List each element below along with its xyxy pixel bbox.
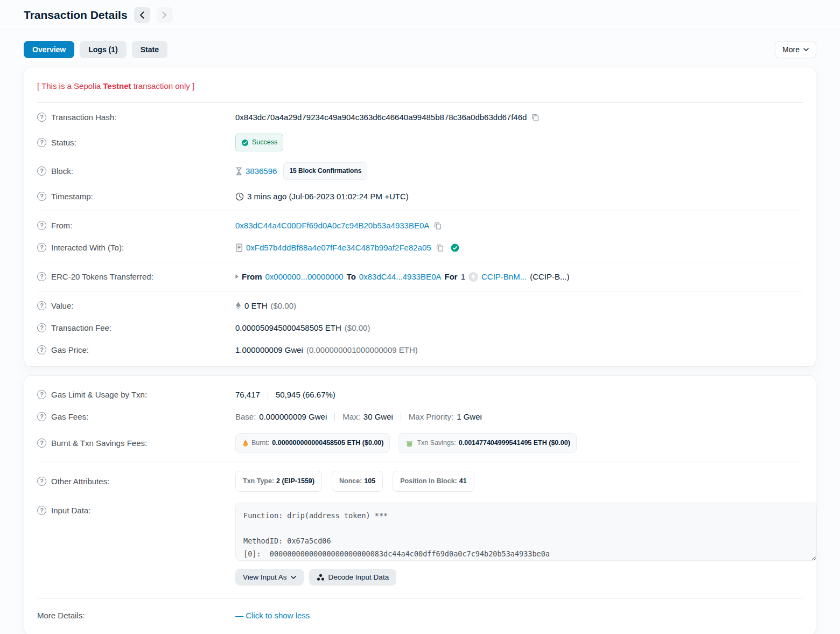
timestamp-label: Timestamp:	[51, 191, 93, 202]
page-title: Transaction Details	[24, 9, 128, 22]
value-row: ? Value: 0 ETH ($0.00)	[37, 295, 803, 317]
base-fee-label: Base:	[235, 411, 256, 422]
gas-price-gwei: 1.000000009 Gwei	[235, 344, 303, 356]
testnet-notice-prefix: [ This is a Sepolia	[37, 81, 103, 90]
token-symbol: (CCIP-B...)	[530, 271, 569, 282]
hourglass-icon	[235, 167, 242, 176]
more-dropdown-label: More	[782, 45, 800, 54]
next-transaction-button[interactable]	[157, 7, 173, 23]
more-details-label: More Details:	[37, 610, 85, 621]
chevron-right-icon	[162, 11, 167, 19]
position-in-block-label: Position In Block:	[400, 476, 457, 487]
more-dropdown-button[interactable]: More	[775, 41, 816, 58]
testnet-notice-bold: Testnet	[103, 81, 131, 90]
transaction-hash-row: ? Transaction Hash: 0x843dc70a4a29d79234…	[37, 106, 803, 128]
other-attributes-row: ? Other Attributes: Txn Type: 2 (EIP-155…	[37, 465, 803, 497]
max-priority-fee-value: 1 Gwei	[457, 411, 482, 422]
gas-fees-row: ? Gas Fees: Base: 0.000000009 Gwei Max: …	[37, 406, 803, 428]
input-data-textarea[interactable]: Function: drip(address token) *** Method…	[235, 503, 817, 561]
transfer-from-label: From	[242, 271, 262, 282]
copy-from-address-button[interactable]	[432, 221, 443, 230]
transfer-to-label: To	[347, 271, 356, 282]
burnt-fee-label: Burnt:	[251, 437, 269, 449]
from-row: ? From: 0x83dC44a4C00DFf69d0A0c7c94B20b5…	[37, 214, 803, 236]
tab-state[interactable]: State	[132, 41, 167, 58]
to-address-link[interactable]: 0xFd57b4ddBf88a4e07fF4e34C487b99af2Fe82a…	[246, 242, 431, 253]
copy-icon	[433, 221, 442, 230]
tab-logs[interactable]: Logs (1)	[80, 41, 126, 58]
nonce-pill: Nonce: 105	[332, 471, 383, 492]
block-confirmations-badge: 15 Block Confirmations	[283, 162, 367, 180]
decode-input-data-button[interactable]: Decode Input Data	[309, 569, 397, 586]
gas-limit-value: 76,417	[235, 389, 260, 400]
from-address-link[interactable]: 0x83dC44a4C00DFf69d0A0c7c94B20b53a4933BE…	[235, 220, 429, 231]
max-priority-fee-label: Max Priority:	[409, 411, 453, 422]
burnt-fees-label: Burnt & Txn Savings Fees:	[51, 437, 147, 449]
help-icon: ?	[37, 113, 46, 122]
view-input-as-label: View Input As	[243, 573, 287, 581]
tab-overview[interactable]: Overview	[24, 41, 74, 58]
nonce-label: Nonce:	[339, 476, 362, 487]
gas-price-row: ? Gas Price: 1.000000009 Gwei (0.0000000…	[37, 339, 803, 361]
gas-limit-row: ? Gas Limit & Usage by Txn: 76,417 50,94…	[37, 384, 803, 406]
transaction-fee-usd: ($0.00)	[345, 322, 370, 333]
show-less-link[interactable]: — Click to show less	[235, 610, 310, 621]
divider	[37, 291, 803, 291]
tab-bar: Overview Logs (1) State	[24, 41, 167, 58]
block-number-link[interactable]: 3836596	[246, 165, 277, 177]
money-wings-icon	[405, 440, 414, 447]
caret-right-icon	[235, 274, 239, 279]
base-fee-value: 0.000000009 Gwei	[259, 411, 327, 422]
help-icon: ?	[37, 345, 46, 354]
transfer-from-address-link[interactable]: 0x000000...00000000	[265, 271, 344, 282]
contract-icon	[235, 243, 243, 252]
copy-icon	[436, 243, 444, 252]
view-input-as-button[interactable]: View Input As	[235, 569, 304, 586]
help-icon: ?	[37, 412, 46, 421]
input-data-label: Input Data:	[51, 505, 90, 516]
overview-card: [ This is a Sepolia Testnet transaction …	[24, 67, 816, 367]
copy-to-address-button[interactable]	[435, 243, 445, 252]
transaction-fee-label: Transaction Fee:	[51, 322, 111, 333]
token-name-link[interactable]: CCIP-BnM...	[481, 271, 527, 282]
timestamp-row: ? Timestamp: 3 mins ago (Jul-06-2023 01:…	[37, 185, 803, 207]
help-icon: ?	[37, 477, 46, 486]
txn-savings-value: 0.001477404999541495 ETH ($0.00)	[459, 437, 570, 449]
txn-type-label: Txn Type:	[243, 476, 274, 487]
help-icon: ?	[37, 243, 46, 252]
separator	[401, 413, 401, 421]
gas-limit-label: Gas Limit & Usage by Txn:	[51, 389, 147, 400]
separator	[268, 391, 268, 399]
divider	[37, 211, 803, 211]
burnt-fees-row: ? Burnt & Txn Savings Fees: Burnt: 0.000…	[37, 428, 803, 458]
help-icon: ?	[37, 301, 46, 310]
gas-price-label: Gas Price:	[51, 344, 89, 356]
gas-used-value: 50,945 (66.67%)	[276, 389, 335, 400]
help-icon: ?	[37, 221, 46, 230]
copy-icon	[531, 113, 540, 122]
status-badge-label: Success	[252, 137, 277, 148]
previous-transaction-button[interactable]	[134, 7, 150, 23]
erc20-transfer-row: ? ERC-20 Tokens Transferred: From 0x0000…	[37, 266, 803, 288]
separator	[334, 413, 335, 421]
divider	[37, 598, 803, 599]
help-icon: ?	[37, 438, 46, 448]
copy-transaction-hash-button[interactable]	[530, 113, 541, 122]
testnet-notice: [ This is a Sepolia Testnet transaction …	[37, 72, 803, 99]
help-icon: ?	[37, 192, 46, 201]
divider	[37, 262, 803, 262]
gas-price-eth: (0.000000001000000009 ETH)	[306, 344, 418, 356]
interacted-with-row: ? Interacted With (To): 0xFd57b4ddBf88a4…	[37, 236, 803, 259]
decode-icon	[317, 574, 325, 581]
transfer-to-address-link[interactable]: 0x83dC44...4933BE0A	[359, 271, 442, 282]
txn-savings-label: Txn Savings:	[417, 437, 456, 449]
value-label: Value:	[51, 300, 73, 311]
position-in-block-value: 41	[459, 476, 467, 487]
decode-input-data-label: Decode Input Data	[328, 573, 389, 581]
transaction-hash-label: Transaction Hash:	[51, 112, 116, 123]
details-card: ? Gas Limit & Usage by Txn: 76,417 50,94…	[24, 375, 816, 634]
divider	[37, 462, 803, 462]
block-row: ? Block: 3836596 15 Block Confirmations	[37, 157, 803, 185]
topbar: Transaction Details	[24, 0, 816, 30]
divider	[37, 102, 803, 103]
